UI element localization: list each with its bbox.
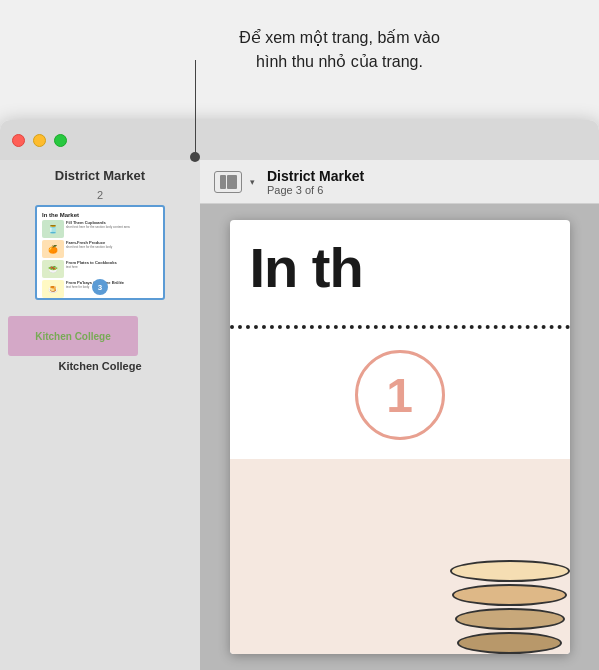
page-3-badge: 3 [92,279,108,295]
sidebar: District Market 2 In the Market 🫙 [0,160,200,670]
header-title-group: District Market Page 3 of 6 [267,168,364,196]
layout-col-right [227,175,237,189]
page-main-title: In th [250,240,363,296]
page-2-thumb-container[interactable]: 2 [0,189,200,205]
page-document: In th 1 [230,220,570,654]
sidebar-scroll[interactable]: 2 In the Market 🫙 Fill Them Cupboards [0,189,200,670]
thumb-section-2: 🍊 Farm-Fresh Produce short text here for… [42,240,158,258]
layout-toggle-button[interactable] [214,171,242,193]
bowl-3 [455,608,565,630]
main-window: District Market 2 In the Market 🫙 [0,120,599,670]
bowl-1 [450,560,570,582]
sidebar-title: District Market [0,160,200,189]
layout-col-left [220,175,226,189]
bowl-2 [452,584,567,606]
main-content: ▾ District Market Page 3 of 6 In th [200,160,599,670]
page-3-thumb-container[interactable]: In the Market 🫙 Fill Them Cupboards shor… [0,205,200,308]
page-canvas: In th 1 [200,204,599,670]
close-button[interactable] [12,134,25,147]
layout-icon [220,175,237,189]
kitchen-college-thumb[interactable]: Kitchen College [8,316,138,356]
tooltip-text: Để xem một trang, bấm vào hình thu nhỏ c… [239,26,440,74]
bowl-stack-illustration [450,560,570,654]
layout-chevron-icon[interactable]: ▾ [250,177,255,187]
tooltip-line2: hình thu nhỏ của trang. [256,53,423,70]
thumb-section-1: 🫙 Fill Them Cupboards short text here fo… [42,220,158,238]
bowl-4 [457,632,562,654]
callout-line [195,60,196,155]
thumb-salad-icon: 🥗 [42,260,64,278]
thumb-jars-icon: 🫙 [42,220,64,238]
tooltip-area: Để xem một trang, bấm vào hình thu nhỏ c… [0,0,599,100]
thumb-section-1-text: Fill Them Cupboards short text here for … [66,220,158,230]
page-dots-line [230,325,570,329]
thumb-section-2-text: Farm-Fresh Produce short text here for t… [66,240,158,250]
header-doc-title: District Market [267,168,364,184]
maximize-button[interactable] [54,134,67,147]
kitchen-college-thumb-label: Kitchen College [35,331,111,342]
sidebar-bottom-area[interactable]: Kitchen College Kitchen College [0,316,200,372]
kitchen-college-label: Kitchen College [8,360,192,372]
page-circle-number: 1 [355,350,445,440]
tooltip-line1: Để xem một trang, bấm vào [239,29,440,46]
thumb-orange-icon: 🍊 [42,240,64,258]
header-page-info: Page 3 of 6 [267,184,364,196]
page-circle-num-text: 1 [386,368,413,423]
minimize-button[interactable] [33,134,46,147]
page-2-label: 2 [97,189,103,201]
header-bar: ▾ District Market Page 3 of 6 [200,160,599,204]
window-content: District Market 2 In the Market 🫙 [0,160,599,670]
thumb-page-title: In the Market [42,212,158,218]
page-3-thumb[interactable]: In the Market 🫙 Fill Them Cupboards shor… [35,205,165,300]
thumb-section-3-text: From Plates to Cookbooks text here [66,260,158,270]
thumb-section-3: 🥗 From Plates to Cookbooks text here [42,260,158,278]
thumb-brulee-icon: 🍮 [42,280,64,298]
thumb-content: In the Market 🫙 Fill Them Cupboards shor… [37,207,163,298]
callout-dot [190,152,200,162]
thumb-section-4-text: From Pa'bays to Creme Brûlée text here f… [66,280,158,290]
title-bar [0,120,599,160]
